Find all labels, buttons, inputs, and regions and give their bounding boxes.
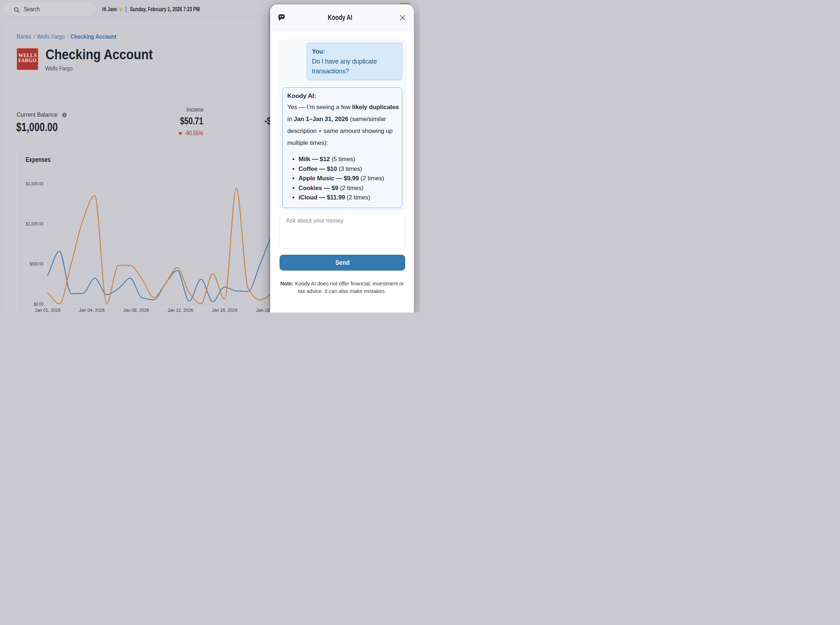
- svg-text:Jan 12, 2026: Jan 12, 2026: [168, 308, 193, 312]
- svg-text:$0.00: $0.00: [34, 301, 43, 307]
- svg-text:Jan 04, 2026: Jan 04, 2026: [79, 308, 105, 312]
- svg-text:$1,000.00: $1,000.00: [26, 221, 43, 227]
- svg-text:$500.00: $500.00: [30, 261, 43, 267]
- svg-text:Jan 08, 2026: Jan 08, 2026: [123, 308, 149, 312]
- svg-text:Jan 01, 2026: Jan 01, 2026: [35, 308, 60, 312]
- svg-text:Jan 16, 2026: Jan 16, 2026: [212, 308, 237, 312]
- svg-text:$1,500.00: $1,500.00: [26, 181, 43, 187]
